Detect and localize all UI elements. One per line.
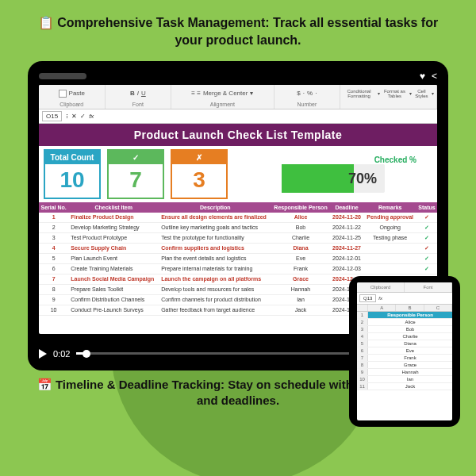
table-row[interactable]: 1Finalize Product DesignEnsure all desig… [39,213,437,223]
column-header[interactable]: Description [159,202,271,213]
fx-label: fx [89,113,94,120]
total-count-card: Total Count10 [44,149,101,199]
table-row[interactable]: 3Test Product PrototypeTest the prototyp… [39,232,437,243]
table-row[interactable]: 4Secure Supply ChainConfirm suppliers an… [39,243,437,253]
heart-icon[interactable]: ♥ [420,71,425,82]
formula-bar-small[interactable]: Q13fx [357,293,452,305]
column-header[interactable]: Remarks [363,202,416,213]
list-item[interactable]: 6Eve [357,347,452,355]
cell-reference: O15 [42,111,62,121]
column-header[interactable]: Checklist Item [68,202,159,213]
play-icon[interactable] [39,349,47,359]
list-item[interactable]: 1Responsible Person [357,312,452,319]
column-header[interactable]: Responsible Person [271,202,329,213]
column-header[interactable]: Status [416,202,437,213]
list-item[interactable]: 5Diana [357,340,452,347]
table-row[interactable]: 5Plan Launch EventPlan the event details… [39,253,437,263]
list-item[interactable]: 4Charlie [357,333,452,340]
list-item[interactable]: 9Hannah [357,369,452,376]
ribbon-small[interactable]: ClipboardFont [357,282,452,293]
done-count-card: ✓7 [107,149,164,199]
table-row[interactable]: 2Develop Marketing StrategyOutline key m… [39,222,437,232]
list-item[interactable]: 10Ian [357,376,452,383]
column-header[interactable]: Serial No. [39,202,68,213]
stats-row: Total Count10 ✓7 ✗3 Checked % 70% [39,146,437,202]
list-item[interactable]: 7Frank [357,355,452,362]
pending-count-card: ✗3 [171,149,228,199]
ribbon-clipboard[interactable]: Paste Clipboard [39,85,106,109]
excel-ribbon: Paste Clipboard B I U Font ≡ ≡ Merge & C… [39,85,437,109]
ribbon-alignment[interactable]: ≡ ≡ Merge & Center ▾ Alignment [171,85,274,109]
ribbon-font[interactable]: B I U Font [106,85,172,109]
ribbon-styles[interactable]: Conditional Formatting ▾ Format as Table… [340,85,437,109]
ribbon-number[interactable]: $ · % · Number [274,85,341,109]
table-row[interactable]: 6Create Training MaterialsPrepare intern… [39,263,437,274]
list-item[interactable]: 2Alice [357,319,452,326]
share-icon[interactable]: < [432,71,437,82]
video-current-time: 0:02 [53,349,70,359]
list-item[interactable]: 11Jack [357,383,452,390]
column-header[interactable]: Deadline [330,202,364,213]
formula-bar[interactable]: O15 ⫶✕✓ fx [39,109,437,124]
list-item[interactable]: 8Grace [357,362,452,369]
percent-card: Checked % 70% [234,149,432,199]
sheet-title: Product Launch Check List Template [39,124,437,146]
small-tablet-frame: ClipboardFont Q13fx ABC 1Responsible Per… [349,276,460,427]
list-item[interactable]: 3Bob [357,326,452,333]
tablet-camera-pill [39,73,86,79]
headline-text: 📋 Comprehensive Task Management: Track a… [0,14,476,50]
